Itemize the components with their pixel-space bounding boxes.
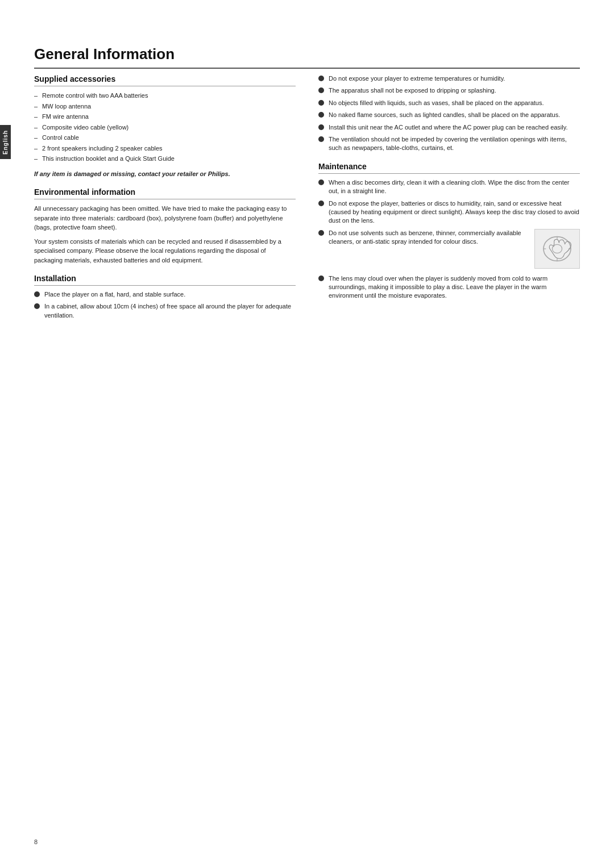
content-wrapper: Supplied accessories Remote control with… — [34, 74, 580, 323]
bullet-icon — [318, 76, 324, 81]
sidebar-english-label: English — [0, 125, 11, 159]
list-item: Composite video cable (yellow) — [34, 123, 296, 132]
bullet-icon — [318, 124, 324, 130]
list-item: Install this unit near the AC outlet and… — [318, 123, 580, 132]
bullet-icon — [318, 136, 324, 142]
list-item: Place the player on a flat, hard, and st… — [34, 290, 296, 299]
maintenance-list: When a disc becomes dirty, clean it with… — [318, 178, 580, 301]
list-item: No naked flame sources, such as lighted … — [318, 111, 580, 119]
list-item: Remote control with two AAA batteries — [34, 91, 296, 101]
page: English General Information Supplied acc… — [0, 0, 614, 868]
list-item: In a cabinet, allow about 10cm (4 inches… — [34, 302, 296, 320]
right-column: Do not expose your player to extreme tem… — [318, 74, 580, 323]
list-item: FM wire antenna — [34, 112, 296, 122]
list-item: When a disc becomes dirty, clean it with… — [318, 178, 580, 196]
list-item: The lens may cloud over when the player … — [318, 274, 580, 301]
environmental-para-2: Your system consists of materials which … — [34, 237, 296, 265]
bullet-icon — [318, 201, 324, 206]
lens-cleaning-image — [534, 229, 580, 269]
bullet-icon — [318, 276, 324, 281]
list-item: The apparatus shall not be exposed to dr… — [318, 86, 580, 95]
list-item: Do not expose your player to extreme tem… — [318, 74, 580, 83]
list-item: MW loop antenna — [34, 102, 296, 111]
bullet-icon — [318, 180, 324, 185]
bullet-icon — [318, 112, 324, 118]
list-item: The ventilation should not be impeded by… — [318, 135, 580, 153]
environmental-title: Environmental information — [34, 187, 296, 199]
installation-title: Installation — [34, 274, 296, 286]
list-item: Do not expose the player, batteries or d… — [318, 199, 580, 226]
bullet-icon — [318, 100, 324, 106]
maintenance-title: Maintenance — [318, 162, 580, 174]
bullet-icon — [318, 87, 324, 93]
environmental-para-1: All unnecessary packaging has been omitt… — [34, 204, 296, 232]
bullet-icon — [318, 230, 324, 236]
list-item: This instruction booklet and a Quick Sta… — [34, 154, 296, 164]
right-top-list: Do not expose your player to extreme tem… — [318, 74, 580, 153]
left-column: Supplied accessories Remote control with… — [34, 74, 296, 323]
supplied-accessories-title: Supplied accessories — [34, 74, 296, 86]
accessories-list: Remote control with two AAA batteries MW… — [34, 91, 296, 164]
page-title: General Information — [34, 45, 580, 69]
list-item: 2 front speakers including 2 speaker cab… — [34, 144, 296, 153]
list-item: Do not use solvents such as benzene, thi… — [318, 229, 580, 271]
bullet-icon — [34, 303, 40, 309]
list-item: Control cable — [34, 133, 296, 143]
svg-point-0 — [544, 236, 571, 261]
installation-list: Place the player on a flat, hard, and st… — [34, 290, 296, 320]
page-number: 8 — [34, 838, 38, 845]
list-item: No objects filled with liquids, such as … — [318, 99, 580, 107]
missing-notice: If any item is damaged or missing, conta… — [34, 169, 296, 179]
bullet-icon — [34, 291, 40, 297]
